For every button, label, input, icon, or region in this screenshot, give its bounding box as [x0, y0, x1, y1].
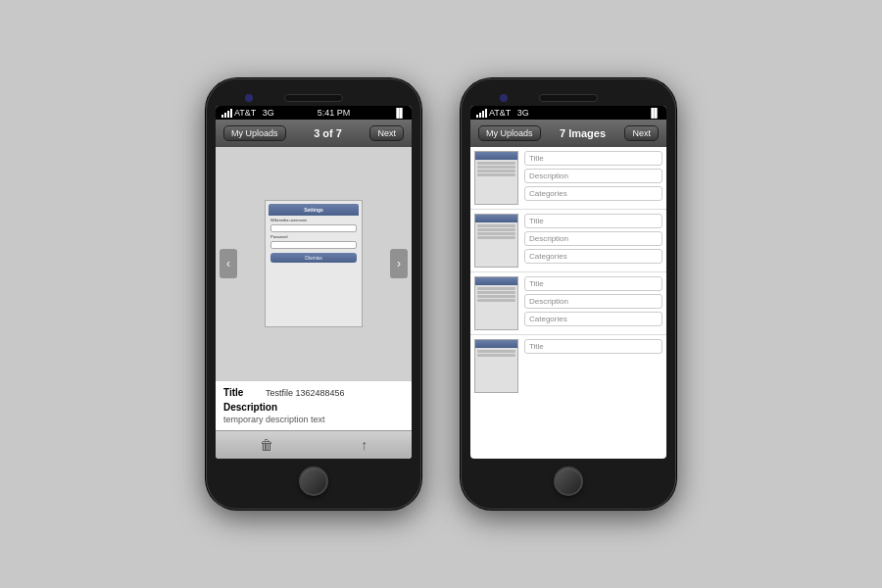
thumb-row — [477, 170, 515, 172]
phone2-bar-1 — [476, 115, 478, 118]
share-button[interactable]: ↑ — [361, 437, 368, 453]
status-left: AT&T 3G — [221, 108, 274, 118]
upload-fields: Title — [524, 339, 662, 393]
image-carousel: ‹ Settings Wikimedia username Password — [216, 147, 412, 380]
thumb-row — [477, 299, 515, 302]
list-item: Title — [470, 335, 666, 397]
mini-username-label: Wikimedia username — [270, 218, 357, 222]
title-value: Testfile 1362488456 — [266, 388, 345, 398]
bottom-toolbar: 🗑 ↑ — [216, 430, 412, 459]
thumb-row — [477, 295, 515, 298]
phone2-signal-bars — [476, 109, 487, 118]
phone2-next-button[interactable]: Next — [624, 125, 659, 141]
title-field[interactable]: Title — [524, 214, 662, 228]
thumb-row — [477, 232, 515, 235]
mini-username-input — [270, 224, 357, 232]
thumb-row — [477, 162, 515, 165]
categories-field[interactable]: Categories — [524, 249, 662, 264]
battery-icon: ▐▌ — [393, 108, 406, 118]
thumb-row — [477, 166, 515, 169]
mini-dismiss-button: Dismiss — [270, 253, 357, 263]
upload-thumb — [474, 214, 518, 268]
mini-nav-title: Settings — [304, 207, 323, 213]
mini-password-label: Password — [270, 234, 357, 239]
detail-info: Title Testfile 1362488456 Description te… — [216, 380, 412, 430]
categories-field[interactable]: Categories — [524, 186, 662, 201]
thumb-row — [477, 236, 515, 239]
upload-fields: Title Description Categories — [524, 276, 662, 330]
back-button[interactable]: My Uploads — [223, 125, 286, 141]
phone-detail: AT&T 3G 5:41 PM ▐▌ My Uploads 3 of 7 Nex… — [206, 78, 421, 510]
phone2-status-left: AT&T 3G — [476, 108, 529, 118]
description-field[interactable]: Description — [524, 169, 662, 183]
nav-bar-detail: My Uploads 3 of 7 Next — [216, 120, 412, 147]
carousel-image: Settings Wikimedia username Password •••… — [265, 200, 363, 327]
thumb-nav — [475, 340, 517, 348]
thumb-row — [477, 287, 515, 290]
carousel-next-button[interactable]: › — [390, 249, 408, 278]
title-field[interactable]: Title — [524, 151, 662, 166]
list-item: Title Description Categories — [470, 210, 666, 272]
phone2-back-button[interactable]: My Uploads — [478, 125, 541, 141]
phone-list: AT&T 3G ▐▌ My Uploads 7 Images Next — [461, 78, 676, 510]
phone2-home-button[interactable] — [554, 466, 583, 496]
phone-top — [216, 88, 412, 106]
next-button[interactable]: Next — [369, 125, 404, 141]
mini-settings-screen: Settings Wikimedia username Password •••… — [266, 201, 362, 326]
description-field[interactable]: Description — [524, 231, 662, 246]
thumb-content — [475, 285, 517, 329]
thumb-nav — [475, 152, 517, 160]
upload-thumb — [474, 339, 518, 393]
signal-bar-1 — [221, 115, 223, 118]
thumb-row — [477, 291, 515, 294]
thumb-content — [475, 160, 517, 204]
thumb-nav — [475, 215, 517, 222]
title-row: Title Testfile 1362488456 — [223, 387, 404, 398]
phone2-bar-3 — [482, 111, 484, 118]
thumb-row — [477, 350, 515, 353]
signal-bar-4 — [230, 109, 232, 118]
mini-nav: Settings — [269, 204, 359, 216]
upload-list: Title Description Categories — [470, 147, 666, 459]
carousel-prev-button[interactable]: ‹ — [220, 249, 237, 278]
signal-bars — [221, 109, 232, 118]
description-field[interactable]: Description — [524, 294, 662, 309]
list-item: Title Description Categories — [470, 147, 666, 210]
nav-title: 3 of 7 — [314, 127, 342, 139]
list-item: Title Description Categories — [470, 272, 666, 335]
description-label: Description — [223, 402, 404, 413]
phone2-carrier-label: AT&T — [489, 108, 511, 118]
speaker-grille — [284, 94, 343, 102]
phone2-nav-title: 7 Images — [560, 127, 606, 139]
mini-form: Wikimedia username Password •••••••••• D… — [269, 216, 359, 265]
title-field[interactable]: Title — [524, 339, 662, 354]
phone2-bar-4 — [485, 109, 487, 118]
phone2-network-label: 3G — [517, 108, 529, 118]
home-button[interactable] — [299, 466, 328, 496]
carrier-label: AT&T — [234, 108, 256, 118]
nav-bar-list: My Uploads 7 Images Next — [470, 120, 666, 147]
upload-thumb — [474, 276, 518, 330]
delete-button[interactable]: 🗑 — [260, 437, 273, 453]
phone2-battery-icon: ▐▌ — [648, 108, 661, 118]
phone2-bar-2 — [479, 113, 481, 118]
categories-field[interactable]: Categories — [524, 312, 662, 326]
upload-fields: Title Description Categories — [524, 214, 662, 268]
front-camera-icon — [245, 94, 253, 102]
thumb-row — [477, 173, 515, 176]
network-label: 3G — [263, 108, 274, 118]
thumb-content — [475, 222, 517, 267]
phones-container: AT&T 3G 5:41 PM ▐▌ My Uploads 3 of 7 Nex… — [206, 78, 676, 510]
thumb-content — [475, 348, 517, 392]
phone2-screen: AT&T 3G ▐▌ My Uploads 7 Images Next — [470, 106, 666, 459]
status-time: 5:41 PM — [318, 108, 351, 118]
phone2-speaker-grille — [539, 94, 598, 102]
detail-content: ‹ Settings Wikimedia username Password — [216, 147, 412, 459]
signal-bar-3 — [227, 111, 229, 118]
title-field[interactable]: Title — [524, 276, 662, 291]
upload-fields: Title Description Categories — [524, 151, 662, 205]
phone2-front-camera-icon — [500, 94, 508, 102]
mini-password-input: •••••••••• — [270, 241, 357, 249]
status-bar: AT&T 3G 5:41 PM ▐▌ — [216, 106, 412, 120]
phone2-status-bar: AT&T 3G ▐▌ — [470, 106, 666, 120]
